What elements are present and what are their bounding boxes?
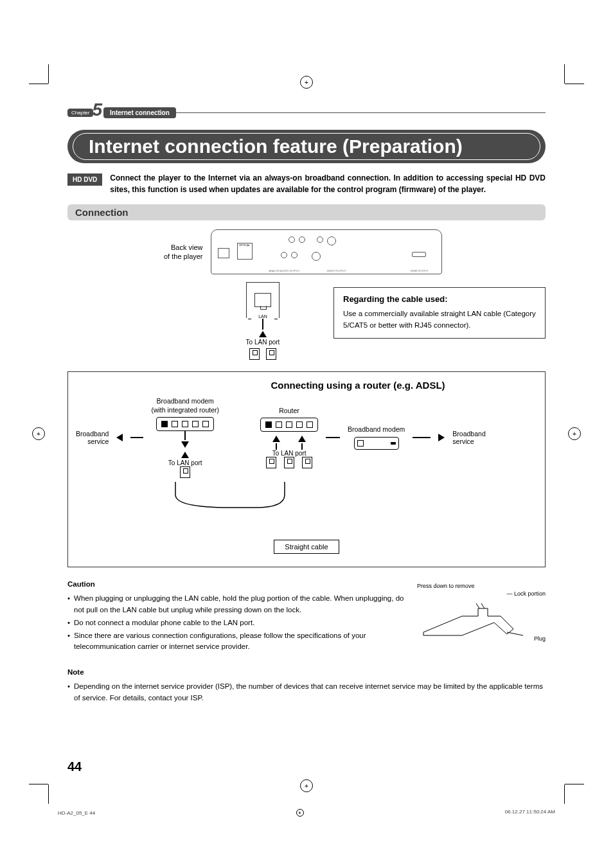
caution-bullet-2: Do not connect a modular phone cable to … (74, 617, 254, 629)
router-connection-box: Connecting using a router (e.g. ADSL) Br… (67, 371, 546, 567)
rj45-plug-icon (249, 348, 260, 360)
hd-dvd-badge: HD DVD (67, 173, 102, 186)
rj45-plug-icon (284, 457, 294, 468)
to-lan-port-label: To LAN port (272, 450, 306, 457)
broadband-modem-label: Broadband modem (348, 425, 405, 434)
caution-bullet-3: Since there are various connection confi… (74, 630, 407, 653)
section-connection-heading: Connection (67, 204, 546, 220)
caution-bullet-1: When plugging or unplugging the LAN cabl… (74, 593, 407, 616)
back-view-label-1: Back view (171, 244, 203, 251)
footer-timestamp: 06.12.27 11:50:24 AM (505, 809, 555, 817)
note-section: Note •Depending on the internet service … (67, 667, 546, 704)
registration-mark (32, 427, 45, 440)
chapter-header: Chapter 5 Internet connection (67, 103, 546, 122)
crop-mark (48, 784, 49, 804)
plug-label: Plug (534, 635, 546, 642)
router-section-title: Connecting using a router (e.g. ADSL) (179, 380, 537, 391)
page-number: 44 (67, 759, 82, 774)
rj45-plug-icon (180, 466, 190, 478)
plug-diagram: Press down to remove — Lock portion Plug (417, 579, 546, 654)
note-text: Depending on the internet service provid… (74, 681, 546, 704)
chapter-number: 5 (92, 100, 102, 120)
divider (176, 112, 546, 113)
back-view-label-2: of the player (164, 252, 203, 260)
print-footer: HD-A2_05_E 44 ✦ 06.12.27 11:50:24 AM (58, 809, 555, 817)
broadband-modem-icon (354, 437, 399, 450)
crop-mark (564, 784, 565, 804)
svg-line-2 (507, 632, 523, 635)
crop-mark (29, 784, 48, 784)
intro-paragraph: Connect the player to the Internet via a… (110, 172, 546, 195)
registration-mark (568, 427, 581, 440)
rj45-plug-icon (266, 348, 276, 360)
svg-line-0 (481, 603, 484, 608)
page-title: Internet connection feature (Preparation… (89, 136, 463, 157)
caution-section: Caution •When plugging or unplugging the… (67, 579, 407, 654)
rj45-plug-icon (266, 457, 276, 468)
chapter-label: Chapter (67, 109, 93, 117)
footer-filename: HD-A2_05_E 44 (58, 810, 95, 816)
cable-info-box: Regarding the cable used: Use a commerci… (333, 287, 546, 339)
registration-mark (300, 76, 313, 89)
crop-mark (48, 64, 49, 84)
router-icon (260, 418, 318, 432)
to-lan-port-label: To LAN port (168, 459, 202, 466)
note-heading: Note (67, 667, 546, 678)
straight-cable-label: Straight cable (274, 540, 339, 554)
lan-label: LAN (247, 314, 279, 319)
arrow-right-icon (438, 434, 445, 441)
router-label: Router (279, 407, 299, 416)
crop-mark (565, 784, 584, 784)
main-title-banner: Internet connection feature (Preparation… (67, 130, 546, 163)
player-back-panel: OPTICAL ANALOG AUDIO OUTPUT VIDEO OUTPUT… (211, 229, 442, 274)
cable-join-diagram (76, 482, 537, 520)
lan-port-icon: LAN (246, 282, 280, 318)
rj45-plug-icon (302, 457, 312, 468)
chapter-title: Internet connection (103, 107, 176, 118)
broadband-service-label: Broadband service (76, 430, 109, 446)
caution-heading: Caution (67, 579, 407, 590)
press-down-label: Press down to remove (417, 583, 546, 589)
lock-portion-label: Lock portion (514, 590, 546, 597)
svg-line-1 (476, 603, 479, 608)
crop-mark (29, 84, 48, 84)
back-view-label: Back view of the player (164, 243, 203, 261)
cable-info-title: Regarding the cable used: (343, 294, 536, 304)
broadband-service-label: Broadband service (452, 430, 485, 446)
page-content: Chapter 5 Internet connection Internet c… (67, 103, 546, 784)
registration-mark-icon: ✦ (296, 809, 304, 817)
integrated-modem-label: Broadband modem (with integrated router) (151, 397, 219, 414)
arrow-left-icon (116, 434, 123, 441)
connection-diagram: Back view of the player OPTICAL (67, 229, 546, 567)
cable-info-text: Use a commercially available straight LA… (343, 308, 536, 332)
to-lan-port-label: To LAN port (224, 339, 301, 346)
crop-mark (565, 84, 584, 84)
crop-mark (564, 64, 565, 84)
integrated-modem-icon (156, 417, 214, 431)
